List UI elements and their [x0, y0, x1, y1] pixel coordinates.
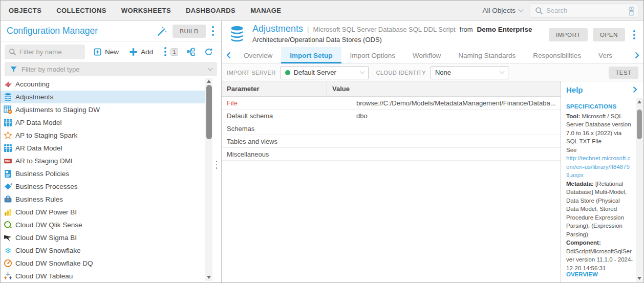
object-path: Architecture/Operational Data Stores (OD… [252, 36, 549, 43]
dml-icon: DML [4, 157, 12, 165]
list-item[interactable]: AP Data Model [1, 116, 205, 129]
new-button[interactable]: New [93, 48, 119, 56]
table-row-tables-and-views[interactable]: Tables and views [222, 135, 561, 148]
list-item[interactable]: Cloud DW Sigma BI [1, 231, 205, 244]
list-item[interactable]: Cloud DW Power BI [1, 206, 205, 219]
magic-wand-icon[interactable] [156, 26, 167, 37]
tab-bar: Overview Import Setup Import Options Wor… [222, 47, 643, 64]
tabs-scroll-left-icon[interactable] [222, 47, 235, 63]
tab-overview[interactable]: Overview [235, 47, 281, 63]
refresh-icon[interactable] [204, 48, 213, 56]
nav-collections[interactable]: COLLECTIONS [56, 7, 106, 14]
chevron-down-icon [359, 69, 364, 74]
add-button[interactable]: Add [129, 48, 153, 56]
scroll-down-icon[interactable] [207, 276, 211, 279]
sidebar-toolbar: New Add 1 [1, 41, 221, 62]
chevron-down-icon [208, 66, 213, 71]
global-search [530, 3, 638, 18]
see-label: See [566, 147, 576, 153]
count-badge: 1 [170, 48, 178, 56]
list-item[interactable]: ❄ Cloud DW Snowflake [1, 244, 205, 257]
list-item[interactable]: DML AR to Staging DML [1, 155, 205, 167]
gauge-icon [4, 259, 12, 268]
powerbi-icon [4, 208, 12, 216]
help-header: Help [561, 81, 643, 98]
model-list: Accounting Adjustments Adjustments to St… [1, 78, 221, 282]
list-item[interactable]: Cloud DW Tableau [1, 270, 205, 282]
search-icon [9, 48, 16, 56]
list-item[interactable]: Accounting [1, 78, 205, 91]
database-icon [228, 25, 246, 42]
object-menu-icon[interactable] [630, 28, 638, 41]
help-scrollbar[interactable] [636, 98, 643, 282]
search-input[interactable] [546, 7, 625, 14]
nav-dashboards[interactable]: DASHBOARDS [186, 7, 235, 14]
list-item[interactable]: AR Data Model [1, 142, 205, 155]
list-item[interactable]: Business Processes [1, 180, 205, 193]
filter-by-name-input[interactable] [19, 48, 81, 56]
list-item[interactable]: Cloud DW Snowflake DQ [1, 257, 205, 270]
top-nav-bar: OBJECTS COLLECTIONS WORKSHEETS DASHBOARD… [1, 1, 643, 21]
open-button[interactable]: OPEN [593, 28, 625, 41]
search-icon [535, 7, 543, 15]
list-item-selected[interactable]: Adjustments [1, 91, 205, 103]
metadata-label: Metadata: [566, 181, 594, 187]
component-text: DdlScriptMicrosoftSqlServer version 11.1… [566, 248, 633, 271]
import-server-select[interactable]: Default Server [281, 66, 369, 79]
funnel-icon [10, 66, 17, 73]
list-item[interactable]: Cloud DW Qlik Sense [1, 219, 205, 231]
list-item[interactable]: Business Rules [1, 193, 205, 206]
nav-manage[interactable]: MANAGE [250, 7, 281, 14]
import-button[interactable]: IMPORT [549, 28, 588, 41]
scroll-down-icon[interactable] [637, 277, 641, 280]
panel-menu-icon[interactable] [209, 25, 217, 38]
sidebar-scrollbar[interactable] [205, 78, 212, 281]
splitter-handle[interactable] [216, 161, 218, 169]
scrollbar-thumb[interactable] [637, 110, 642, 139]
scroll-up-icon[interactable] [637, 100, 641, 103]
scope-selector[interactable]: All Objects [482, 7, 523, 14]
title-separator: | [307, 26, 309, 33]
filter-type-placeholder: Filter by model type [22, 66, 204, 73]
tab-responsibilities[interactable]: Responsibilities [524, 47, 590, 63]
snowflake-icon: ❄ [4, 246, 12, 255]
list-item[interactable]: AP to Staging Spark [1, 129, 205, 142]
tab-import-setup[interactable]: Import Setup [281, 47, 341, 63]
documentation-link[interactable]: http://technet.microsoft.com/en-us/libra… [566, 155, 630, 178]
add-label: Add [141, 48, 153, 56]
scrollbar-thumb[interactable] [206, 85, 212, 139]
main-panel: Adjustments | Microsoft SQL Server Datab… [222, 21, 643, 282]
new-label: New [105, 48, 119, 56]
tab-naming-standards[interactable]: Naming Standards [449, 47, 524, 63]
advanced-search-icon[interactable] [628, 6, 635, 16]
sidebar-header: Configuration Manager BUILD [1, 21, 221, 41]
nav-objects[interactable]: OBJECTS [9, 7, 41, 14]
filter-by-model-type[interactable]: Filter by model type [5, 62, 217, 77]
collapse-panel-icon[interactable] [633, 86, 637, 93]
table-row-schemas[interactable]: Schemas [222, 122, 561, 135]
help-panel: Help SPECIFICATIONS Tool: Microsoft / SQ… [561, 81, 643, 282]
list-item[interactable]: Business Policies [1, 167, 205, 180]
tabs-scroll-right-icon[interactable] [630, 47, 643, 63]
tab-versions-truncated[interactable]: Vers [590, 47, 621, 63]
table-header: Parameter Value [222, 81, 561, 97]
hierarchy-view-icon[interactable] [186, 48, 195, 56]
list-options-button[interactable]: 1 [163, 45, 178, 58]
column-parameter: Parameter [222, 85, 327, 93]
table-row-file[interactable]: File browse://C:/Demo/Models/MetadataMan… [222, 97, 561, 110]
scroll-up-icon[interactable] [207, 80, 211, 83]
test-button[interactable]: TEST [609, 67, 638, 79]
table-row-default-schema[interactable]: Default schema dbo [222, 110, 561, 122]
list-item[interactable]: Adjustments to Staging DW [1, 103, 205, 116]
scope-value: All Objects [482, 7, 516, 14]
metadata-text: [Relational Database] Multi-Model, Data … [566, 181, 627, 237]
nav-worksheets[interactable]: WORKSHEETS [121, 7, 171, 14]
svg-text:DML: DML [5, 160, 11, 163]
column-value: Value [327, 81, 561, 96]
cloud-identity-select[interactable]: None [431, 66, 508, 79]
tab-import-options[interactable]: Import Options [341, 47, 404, 63]
build-button[interactable]: BUILD [173, 25, 206, 38]
table-row-miscellaneous[interactable]: Miscellaneous [222, 148, 561, 161]
source-name: Demo Enterprise [477, 26, 532, 33]
tab-workflow[interactable]: Workflow [404, 47, 449, 63]
